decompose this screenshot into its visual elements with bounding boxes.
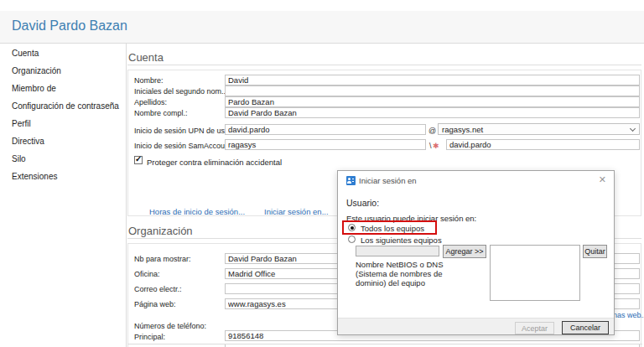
- sidebar-item-configuracion-contrasena[interactable]: Configuración de contraseña: [12, 101, 119, 111]
- netbios-help-text: Nombre NetBIOS o DNS (Sistema de nombres…: [356, 260, 444, 287]
- sidebar-item-miembro-de[interactable]: Miembro de: [12, 84, 56, 93]
- sidebar-item-silo[interactable]: Silo: [12, 154, 26, 163]
- radio-following-computers[interactable]: [348, 236, 356, 243]
- close-icon[interactable]: ✕: [599, 174, 606, 185]
- radio-following-computers-label: Los siguientes equipos: [361, 236, 442, 245]
- nombre-completo-label: Nombre compl.:: [134, 109, 188, 117]
- nombre-input[interactable]: [225, 75, 640, 85]
- required-asterisk-icon: ✱: [433, 142, 439, 150]
- logon-hours-link[interactable]: Horas de inicio de sesión...: [149, 207, 245, 216]
- protect-deletion-label: Proteger contra eliminación accidental: [147, 158, 282, 167]
- sidebar-item-cuenta[interactable]: Cuenta: [12, 49, 39, 58]
- protect-deletion-checkbox[interactable]: ✓: [134, 156, 143, 164]
- apellidos-input[interactable]: [225, 96, 640, 107]
- bottom-separator-line: [127, 344, 642, 344]
- upn-label: Inicio de sesión UPN de us...: [134, 127, 231, 135]
- display-name-label: Nb para mostrar:: [134, 255, 191, 263]
- sam-label: Inicio de sesión SamAccou...: [134, 142, 231, 150]
- logon-to-link[interactable]: Iniciar sesión en...: [264, 207, 329, 216]
- sidebar-item-extensiones[interactable]: Extensiones: [12, 172, 57, 181]
- correo-label: Correo electr.:: [134, 285, 182, 293]
- help-line-1: Nombre NetBIOS o DNS: [356, 260, 444, 269]
- iniciales-label: Iniciales del segundo nom...: [134, 87, 228, 96]
- logon-to-dialog: Iniciar sesión en ✕ Usuario: Este usuari…: [337, 170, 615, 335]
- quitar-button[interactable]: Quitar: [583, 245, 607, 258]
- computers-listbox[interactable]: [490, 245, 580, 301]
- cuenta-header-underline: [127, 65, 641, 65]
- nombre-label: Nombre:: [134, 76, 164, 85]
- apellidos-label: Apellidos:: [134, 98, 167, 106]
- sidebar-item-organizacion[interactable]: Organización: [12, 66, 61, 75]
- sidebar-divider: [126, 44, 127, 347]
- upn-input[interactable]: [225, 124, 426, 135]
- computer-name-input: [356, 246, 439, 256]
- sidebar-item-directiva[interactable]: Directiva: [12, 137, 44, 146]
- cuenta-section-header: Cuenta: [128, 51, 164, 64]
- pagina-web-label: Página web:: [134, 300, 176, 308]
- oficina-label: Oficina:: [134, 270, 160, 278]
- usuario-label: Usuario:: [346, 198, 379, 208]
- checkmark-icon: ✓: [135, 154, 142, 163]
- phone-numbers-label: Números de teléfono:: [134, 322, 206, 330]
- title-band: David Pardo Bazan: [0, 11, 644, 44]
- at-separator: @: [428, 127, 436, 135]
- upn-domain-value: ragasys.net: [442, 125, 483, 134]
- chevron-down-icon: [630, 126, 636, 132]
- nombre-completo-input[interactable]: [225, 107, 640, 118]
- help-line-2: (Sistema de nombres de: [356, 269, 444, 278]
- page-title: David Pardo Bazan: [12, 18, 127, 34]
- adac-user-properties-window: David Pardo Bazan Cuenta Organización Mi…: [0, 0, 644, 347]
- highlight-annotation: [342, 220, 437, 235]
- sam-account-input[interactable]: [446, 139, 640, 150]
- help-line-3: dominio) del equipo: [356, 278, 444, 287]
- cancelar-button[interactable]: Cancelar: [562, 321, 609, 334]
- aceptar-button: Aceptar: [515, 322, 554, 334]
- backslash-separator: \: [429, 142, 432, 150]
- organizacion-section-header: Organización: [128, 225, 193, 237]
- upn-domain-dropdown[interactable]: ragasys.net: [438, 123, 640, 135]
- principal-label: Principal:: [134, 333, 165, 341]
- iniciales-input[interactable]: [225, 85, 640, 96]
- user-badge-icon: [346, 176, 356, 185]
- sidebar-item-perfil[interactable]: Perfil: [12, 119, 31, 128]
- sam-domain-input[interactable]: [225, 139, 426, 150]
- dialog-title: Iniciar sesión en: [359, 176, 417, 185]
- agregar-button[interactable]: Agregar >>: [443, 245, 486, 258]
- other-web-pages-link-partial[interactable]: nas web...: [613, 311, 644, 319]
